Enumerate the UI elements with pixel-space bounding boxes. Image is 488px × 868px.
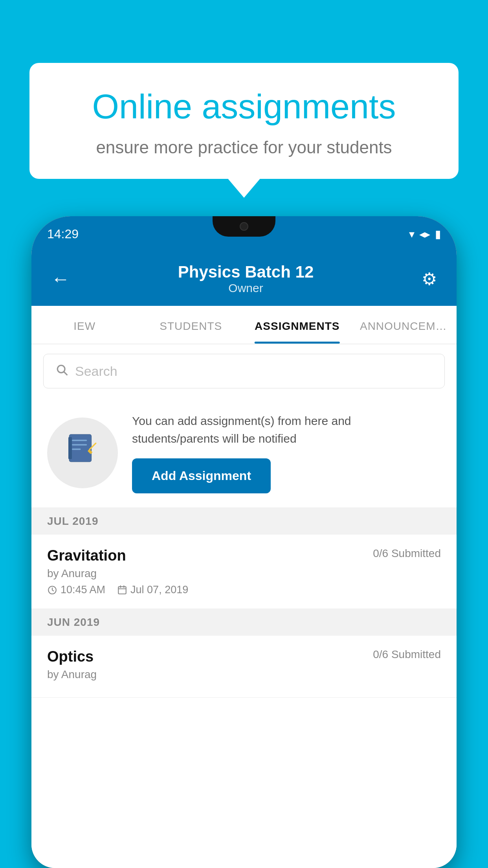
tab-students[interactable]: STUDENTS [138, 306, 244, 344]
info-text-group: You can add assignment(s) from here and … [132, 412, 441, 493]
search-container: Search [31, 344, 457, 398]
tab-announcements[interactable]: ANNOUNCEM… [350, 306, 457, 344]
speech-bubble: Online assignments ensure more practice … [29, 63, 459, 179]
svg-line-1 [64, 372, 67, 375]
assignment-submitted-optics: 0/6 Submitted [373, 648, 441, 661]
assignment-name-gravitation: Gravitation [47, 547, 126, 564]
assignment-date: Jul 07, 2019 [117, 584, 188, 596]
svg-rect-6 [72, 449, 81, 450]
assignment-row-top: Gravitation 0/6 Submitted [47, 547, 441, 564]
back-button[interactable]: ← [51, 268, 70, 290]
assignment-item-optics[interactable]: Optics 0/6 Submitted by Anurag [31, 636, 457, 698]
assignment-item-gravitation[interactable]: Gravitation 0/6 Submitted by Anurag 10:4… [31, 535, 457, 609]
assignment-meta-gravitation: 10:45 AM Jul 07, 2019 [47, 584, 441, 596]
speech-bubble-subtitle: ensure more practice for your students [57, 138, 431, 157]
status-bar: 14:29 ▾ ◂▸ ▮ [31, 216, 457, 252]
search-icon [55, 363, 68, 379]
speech-bubble-card: Online assignments ensure more practice … [29, 63, 459, 179]
assignment-date-value: Jul 07, 2019 [130, 584, 188, 596]
camera [240, 222, 248, 231]
svg-rect-5 [72, 444, 87, 445]
notebook-icon [65, 431, 100, 474]
signal-icon: ◂▸ [419, 228, 430, 241]
assignment-submitted-gravitation: 0/6 Submitted [373, 547, 441, 560]
assignment-by-gravitation: by Anurag [47, 567, 441, 580]
content-area: Search [31, 344, 457, 868]
wifi-icon: ▾ [409, 228, 415, 241]
app-header: ← Physics Batch 12 Owner ⚙ [31, 252, 457, 306]
month-section-jul: JUL 2019 [31, 508, 457, 535]
month-section-jun: JUN 2019 [31, 609, 457, 636]
header-title-group: Physics Batch 12 Owner [178, 263, 314, 295]
tabs-container: IEW STUDENTS ASSIGNMENTS ANNOUNCEM… [31, 306, 457, 344]
month-label-jul: JUL 2019 [47, 515, 98, 527]
battery-icon: ▮ [435, 228, 441, 241]
settings-icon[interactable]: ⚙ [422, 269, 437, 289]
header-title: Physics Batch 12 [178, 263, 314, 281]
search-bar[interactable]: Search [43, 354, 445, 388]
assignment-time-value: 10:45 AM [61, 584, 105, 596]
tab-assignments[interactable]: ASSIGNMENTS [244, 306, 350, 344]
phone-frame: 14:29 ▾ ◂▸ ▮ ← Physics Batch 12 Owner ⚙ … [31, 216, 457, 868]
assignment-by-optics: by Anurag [47, 668, 441, 681]
add-assignment-button[interactable]: Add Assignment [132, 458, 271, 493]
status-icons: ▾ ◂▸ ▮ [409, 228, 441, 241]
info-description: You can add assignment(s) from here and … [132, 412, 441, 447]
svg-rect-3 [68, 437, 72, 459]
assignment-row-top-optics: Optics 0/6 Submitted [47, 648, 441, 665]
info-card: You can add assignment(s) from here and … [31, 398, 457, 508]
speech-bubble-title: Online assignments [57, 86, 431, 127]
phone-screen: 14:29 ▾ ◂▸ ▮ ← Physics Batch 12 Owner ⚙ … [31, 216, 457, 868]
svg-rect-4 [72, 440, 87, 441]
header-subtitle: Owner [178, 281, 314, 295]
svg-rect-10 [118, 587, 126, 594]
tab-iew[interactable]: IEW [31, 306, 138, 344]
svg-rect-2 [69, 434, 91, 462]
search-placeholder: Search [75, 364, 117, 379]
assignment-name-optics: Optics [47, 648, 94, 665]
status-time: 14:29 [47, 227, 79, 241]
assignment-time: 10:45 AM [47, 584, 105, 596]
month-label-jun: JUN 2019 [47, 616, 100, 628]
assignment-icon-circle [47, 417, 118, 488]
notch [213, 216, 275, 237]
